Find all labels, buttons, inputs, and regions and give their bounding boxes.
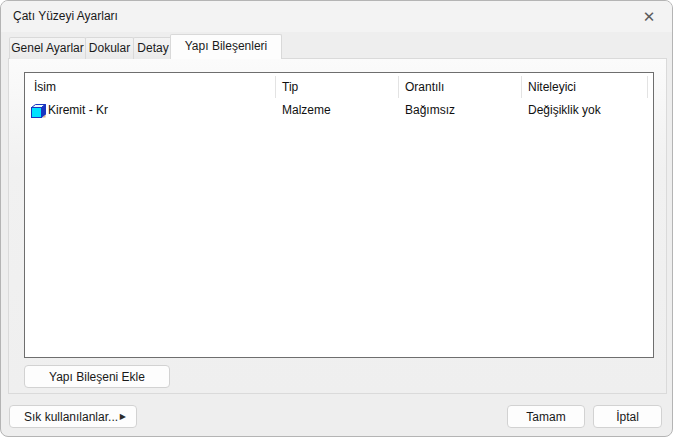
column-separator[interactable] [647, 76, 648, 98]
tab-detay[interactable]: Detay [133, 37, 173, 59]
window-title: Çatı Yüzeyi Ayarları [13, 9, 118, 23]
column-separator[interactable] [398, 76, 399, 98]
tab-dokular[interactable]: Dokular [85, 37, 134, 59]
column-header-orantili[interactable]: Orantılı [405, 73, 444, 101]
tab-label: Genel Ayarlar [11, 41, 84, 55]
cancel-button[interactable]: İptal [593, 405, 662, 428]
ok-button[interactable]: Tamam [507, 405, 585, 428]
column-separator[interactable] [275, 76, 276, 98]
add-component-label: Yapı Bileşeni Ekle [49, 370, 145, 384]
tab-genel-ayarlar[interactable]: Genel Ayarlar [9, 37, 86, 59]
tab-yapi-bilesenleri[interactable]: Yapı Bileşenleri [170, 34, 282, 59]
row-cell-tip: Malzeme [282, 101, 331, 121]
close-icon: ✕ [643, 8, 656, 26]
tab-label: Detay [137, 41, 168, 55]
row-cell-orantili: Bağımsız [405, 101, 455, 121]
close-button[interactable]: ✕ [632, 2, 666, 31]
tab-label: Yapı Bileşenleri [185, 39, 268, 53]
column-header-tip[interactable]: Tip [282, 73, 298, 101]
material-cube-icon [31, 104, 46, 118]
expand-right-icon: ▶ [120, 413, 126, 421]
row-cell-niteleyici: Değişiklik yok [528, 101, 601, 121]
ok-label: Tamam [526, 410, 565, 424]
favorites-label: Sık kullanılanlar... [24, 410, 118, 424]
components-table: İsim Tip Orantılı Niteleyici [24, 72, 654, 358]
titlebar: Çatı Yüzeyi Ayarları ✕ [1, 1, 672, 32]
roof-surface-settings-dialog: Çatı Yüzeyi Ayarları ✕ Genel Ayarlar Dok… [0, 0, 673, 437]
favorites-button[interactable]: Sık kullanılanlar... ▶ [9, 405, 137, 428]
cancel-label: İptal [616, 410, 639, 424]
table-row[interactable]: Kiremit - Kr Malzeme Bağımsız Değişiklik… [25, 101, 653, 121]
table-header: İsim Tip Orantılı Niteleyici [25, 73, 653, 101]
column-header-niteleyici[interactable]: Niteleyici [528, 73, 576, 101]
column-separator[interactable] [521, 76, 522, 98]
tab-label: Dokular [89, 41, 130, 55]
tab-page-yapi-bilesenleri: İsim Tip Orantılı Niteleyici [8, 58, 667, 394]
column-header-isim[interactable]: İsim [34, 73, 56, 101]
add-component-button[interactable]: Yapı Bileşeni Ekle [24, 365, 170, 388]
row-cell-isim: Kiremit - Kr [48, 101, 108, 121]
